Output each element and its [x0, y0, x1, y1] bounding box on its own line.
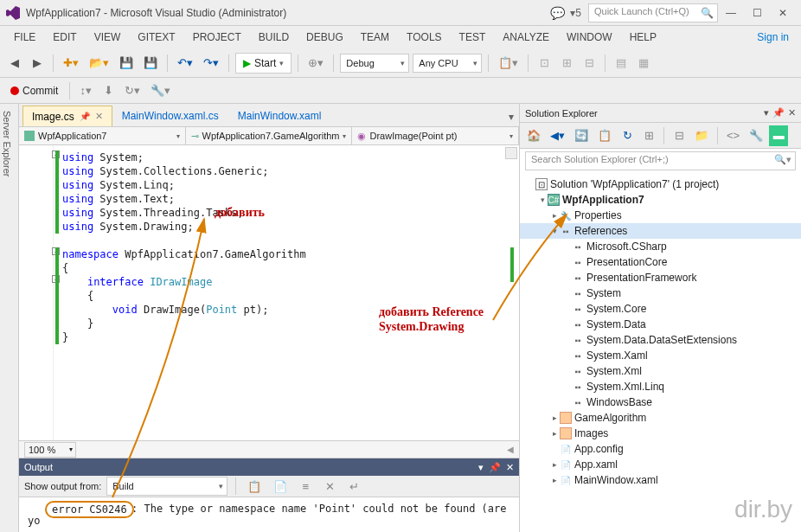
- tree-item[interactable]: ▾C#WpfApplication7: [520, 192, 801, 208]
- tree-item[interactable]: ▸📄App.xaml: [520, 457, 801, 472]
- quick-launch-input[interactable]: Quick Launch (Ctrl+Q) 🔍: [588, 3, 718, 22]
- output-tbtn-3[interactable]: ≡: [296, 476, 315, 497]
- sol-btn-4[interactable]: 📋: [594, 125, 615, 146]
- nav-back-button[interactable]: ◀: [5, 53, 24, 74]
- new-project-button[interactable]: ✚▾: [60, 53, 82, 74]
- tree-item[interactable]: ▾▪▪References: [520, 223, 801, 239]
- tree-item[interactable]: ▪▪System.Data.DataSetExtensions: [520, 332, 801, 348]
- tree-item[interactable]: ▪▪WindowsBase: [520, 394, 801, 410]
- tree-item[interactable]: ▸📄MainWindow.xaml: [520, 472, 801, 488]
- tool-btn-1[interactable]: 📋▾: [495, 53, 522, 74]
- tool-btn-6[interactable]: ▦: [634, 53, 653, 74]
- tree-twist-icon[interactable]: ▸: [549, 476, 560, 484]
- save-all-button[interactable]: 💾: [140, 53, 161, 74]
- chat-icon[interactable]: 💬: [550, 6, 565, 20]
- close-tab-icon[interactable]: ✕: [95, 111, 103, 122]
- tree-item[interactable]: ▸GameAlgorithm: [520, 410, 801, 426]
- sol-close-icon[interactable]: ✕: [788, 107, 796, 119]
- menu-edit[interactable]: EDIT: [44, 28, 85, 47]
- maximize-button[interactable]: ☐: [744, 3, 770, 23]
- sol-back-button[interactable]: ◀▾: [547, 125, 568, 146]
- save-button[interactable]: 💾: [116, 53, 137, 74]
- menu-gitext[interactable]: GITEXT: [129, 28, 183, 47]
- output-tbtn-2[interactable]: 📄: [270, 476, 291, 497]
- output-pin-icon[interactable]: 📌: [489, 462, 501, 473]
- sol-code-button[interactable]: <>: [723, 125, 743, 146]
- solution-tree[interactable]: ⊡Solution 'WpfApplication7' (1 project)▾…: [520, 173, 801, 532]
- menu-help[interactable]: HELP: [621, 28, 665, 47]
- git-btn-1[interactable]: ↕▾: [76, 80, 95, 101]
- split-button[interactable]: [505, 147, 517, 159]
- tool-btn-5[interactable]: ▤: [612, 53, 631, 74]
- tree-item[interactable]: ▸🔧Properties: [520, 208, 801, 223]
- menu-team[interactable]: TEAM: [352, 28, 398, 47]
- sol-sync-button[interactable]: 🔄: [571, 125, 592, 146]
- tree-twist-icon[interactable]: ▾: [549, 227, 560, 235]
- tree-item[interactable]: ▪▪PresentationCore: [520, 254, 801, 270]
- config-combo[interactable]: Debug▾: [340, 54, 409, 73]
- code-editor[interactable]: -using System;using System.Collections.G…: [19, 145, 519, 440]
- sol-btn-6[interactable]: ⊞: [639, 125, 658, 146]
- sol-pin-icon[interactable]: 📌: [772, 107, 785, 119]
- start-debug-button[interactable]: ▶ Start ▾: [235, 53, 292, 74]
- browser-button[interactable]: ⊕▾: [304, 53, 327, 74]
- tool-btn-3[interactable]: ⊞: [557, 53, 576, 74]
- tree-item[interactable]: ▪▪PresentationFramework: [520, 270, 801, 285]
- tree-item[interactable]: 📄App.config: [520, 441, 801, 457]
- menu-window[interactable]: WINDOW: [558, 28, 621, 47]
- tree-twist-icon[interactable]: ▾: [537, 195, 548, 204]
- tree-twist-icon[interactable]: ▸: [549, 211, 560, 220]
- output-tbtn-1[interactable]: 📋: [244, 476, 265, 497]
- redo-button[interactable]: ↷▾: [200, 53, 222, 74]
- menu-analyze[interactable]: ANALYZE: [494, 28, 558, 47]
- tree-item[interactable]: ▪▪System.Xml: [520, 363, 801, 379]
- sol-dropdown-icon[interactable]: ▾: [764, 107, 769, 119]
- git-btn-2[interactable]: ⬇: [99, 80, 118, 101]
- menu-view[interactable]: VIEW: [86, 28, 130, 47]
- signin-link[interactable]: Sign in: [757, 31, 796, 43]
- tree-item[interactable]: ▪▪System.Data: [520, 317, 801, 332]
- tree-twist-icon[interactable]: ▸: [549, 460, 560, 469]
- output-tbtn-4[interactable]: ✕: [320, 476, 339, 497]
- pin-icon[interactable]: 📌: [80, 112, 90, 121]
- tree-item[interactable]: ⊡Solution 'WpfApplication7' (1 project): [520, 176, 801, 192]
- commit-button[interactable]: Commit: [5, 81, 63, 100]
- tree-item[interactable]: ▪▪System.Core: [520, 301, 801, 317]
- tree-item[interactable]: ▪▪System.Xml.Linq: [520, 379, 801, 394]
- menu-tools[interactable]: TOOLS: [398, 28, 450, 47]
- tree-item[interactable]: ▪▪System.Xaml: [520, 348, 801, 363]
- tree-item[interactable]: ▪▪Microsoft.CSharp: [520, 239, 801, 254]
- nav-fwd-button[interactable]: ▶: [28, 53, 47, 74]
- notifications-funnel[interactable]: ▾5: [570, 7, 581, 19]
- menu-test[interactable]: TEST: [451, 28, 495, 47]
- git-btn-4[interactable]: 🔧▾: [147, 80, 174, 101]
- output-dropdown-icon[interactable]: ▾: [478, 462, 484, 473]
- menu-debug[interactable]: DEBUG: [298, 28, 352, 47]
- tool-btn-2[interactable]: ⊡: [535, 53, 554, 74]
- tree-item[interactable]: ▪▪System: [520, 285, 801, 301]
- output-text[interactable]: error CS0246 : The type or namespace nam…: [19, 497, 519, 532]
- output-source-combo[interactable]: Build▾: [106, 477, 227, 496]
- output-tbtn-5[interactable]: ↵: [344, 476, 363, 497]
- sol-home-button[interactable]: 🏠: [523, 125, 544, 146]
- close-button[interactable]: ✕: [770, 3, 796, 23]
- menu-build[interactable]: BUILD: [250, 28, 298, 47]
- tree-item[interactable]: ▸Images: [520, 426, 801, 441]
- sol-prop-button[interactable]: 🔧: [746, 125, 766, 146]
- minimize-button[interactable]: —: [718, 3, 744, 23]
- sol-btn-11[interactable]: ▬: [769, 125, 788, 146]
- server-explorer-tab[interactable]: Server Explorer: [0, 104, 19, 532]
- nav-member-combo[interactable]: ◉DrawImage(Point pt)▾: [352, 127, 519, 144]
- undo-button[interactable]: ↶▾: [174, 53, 196, 74]
- menu-project[interactable]: PROJECT: [184, 28, 250, 47]
- file-tab[interactable]: Image.cs📌✕: [22, 106, 112, 126]
- nav-scope-combo[interactable]: WpfApplication7▾: [19, 127, 186, 144]
- open-button[interactable]: 📂▾: [86, 53, 112, 74]
- tool-btn-4[interactable]: ⊟: [580, 53, 599, 74]
- file-tab[interactable]: MainWindow.xaml: [228, 106, 331, 126]
- sol-collapse-button[interactable]: ⊟: [670, 125, 689, 146]
- platform-combo[interactable]: Any CPU▾: [413, 54, 482, 73]
- nav-class-combo[interactable]: ⊸WpfApplication7.GameAlgorithm▾: [186, 127, 353, 144]
- sol-refresh-button[interactable]: ↻: [618, 125, 637, 146]
- menu-file[interactable]: FILE: [5, 28, 44, 47]
